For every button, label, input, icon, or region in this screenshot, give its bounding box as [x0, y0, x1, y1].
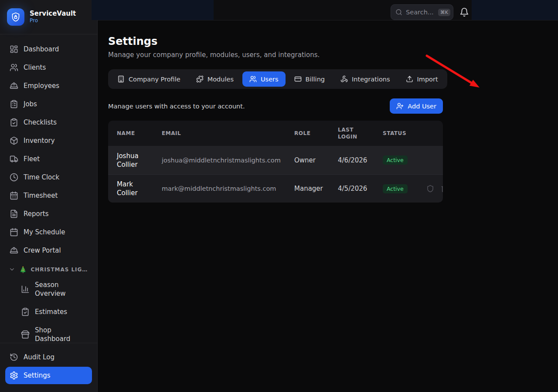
sidebar-item-label: Settings	[24, 371, 51, 380]
topbar-navy-block-left	[92, 0, 214, 20]
user-actions	[419, 156, 443, 165]
sidebar-item-label: Jobs	[24, 100, 37, 108]
tab-label: Billing	[306, 76, 325, 83]
sidebar-item-fleet[interactable]: Fleet	[5, 150, 92, 168]
file-text-icon	[10, 210, 18, 218]
package-icon	[10, 136, 18, 145]
bell-icon	[459, 7, 469, 17]
truck-icon	[10, 155, 18, 163]
upload-icon	[406, 75, 413, 83]
column-header-email: EMAIL	[155, 125, 287, 141]
notifications-button[interactable]	[459, 7, 470, 18]
sidebar-subitem-shop-dashboard[interactable]: Shop Dashboard	[17, 321, 92, 343]
webhook-icon	[340, 75, 348, 83]
tab-billing[interactable]: Billing	[287, 71, 332, 87]
users-table: NAMEEMAILROLELAST LOGINSTATUS Joshua Col…	[108, 121, 443, 203]
user-role: Manager	[287, 180, 331, 197]
clipboard-list-icon	[10, 100, 18, 108]
user-name: Mark Collier	[108, 176, 155, 202]
building-icon	[117, 75, 125, 83]
sidebar-item-timesheet[interactable]: Timesheet	[5, 187, 92, 204]
delete-user-button[interactable]	[441, 185, 443, 193]
sidebar-subitem-estimates[interactable]: Estimates	[17, 303, 92, 321]
trash-icon	[441, 185, 443, 193]
status-badge: Active	[383, 155, 408, 165]
brand-text: ServiceVault Pro	[30, 10, 76, 24]
column-header-name: NAME	[108, 125, 155, 141]
users-table-header: NAMEEMAILROLELAST LOGINSTATUS	[108, 121, 443, 146]
sidebar-subitem-label: Estimates	[35, 308, 67, 316]
tab-modules[interactable]: Modules	[189, 71, 241, 87]
shield-icon	[426, 185, 434, 193]
calendar-days-icon	[10, 191, 18, 200]
puzzle-icon	[196, 75, 204, 83]
add-user-button[interactable]: Add User	[390, 98, 443, 114]
sidebar-item-label: Crew Portal	[24, 246, 61, 255]
sidebar-item-label: Timesheet	[24, 191, 58, 200]
history-icon	[10, 353, 18, 362]
sidebar-item-label: Time Clock	[24, 173, 59, 182]
sidebar-item-label: Reports	[24, 210, 49, 218]
sidebar-subitem-label: Shop Dashboard	[35, 326, 88, 343]
sidebar-nav: DashboardClientsEmployeesJobsChecklistsI…	[0, 34, 97, 343]
sidebar-item-my-schedule[interactable]: My Schedule	[5, 223, 92, 241]
users-description: Manage users with access to your account…	[108, 103, 245, 110]
sidebar-item-jobs[interactable]: Jobs	[5, 95, 92, 113]
sidebar-item-settings[interactable]: Settings	[5, 367, 92, 384]
user-role: Owner	[287, 152, 331, 169]
brand-header: ServiceVault Pro	[0, 0, 97, 34]
user-row-mark-collier: Mark Collier mark@middletnchristmaslight…	[108, 174, 443, 203]
tab-company-profile[interactable]: Company Profile	[110, 71, 187, 87]
user-row-joshua-collier: Joshua Collier joshua@middletnchristmasl…	[108, 146, 443, 174]
column-header-role: ROLE	[287, 125, 331, 141]
sidebar-item-clients[interactable]: Clients	[5, 59, 92, 76]
user-name: Joshua Collier	[108, 147, 155, 173]
sidebar-item-label: Dashboard	[24, 45, 59, 54]
sidebar-subitem-label: Season Overview	[35, 280, 88, 298]
user-status-cell: Active	[376, 151, 419, 169]
chevron-down-icon	[9, 266, 15, 273]
hard-hat-icon	[10, 246, 18, 255]
store-icon	[21, 330, 30, 339]
sidebar-section-christmas-lights[interactable]: 🎄CHRISTMAS LIG…	[5, 260, 92, 276]
topbar-navy-block-right	[472, 0, 558, 20]
main-content: Settings Manage your company profile, mo…	[98, 20, 558, 392]
sidebar-item-crew-portal[interactable]: Crew Portal	[5, 242, 92, 259]
sidebar-item-employees[interactable]: Employees	[5, 77, 92, 95]
sidebar-subitem-season-overview[interactable]: Season Overview	[17, 276, 92, 302]
sidebar-item-label: Audit Log	[24, 353, 54, 362]
tab-users[interactable]: Users	[242, 71, 286, 87]
sidebar-item-reports[interactable]: Reports	[5, 205, 92, 223]
user-plus-icon	[396, 102, 404, 110]
brand-logo	[7, 8, 24, 26]
hard-hat-icon	[10, 81, 18, 90]
user-email: mark@middletnchristmaslights.com	[155, 181, 287, 196]
sidebar-item-label: Fleet	[24, 155, 40, 163]
sidebar-item-label: Employees	[24, 81, 59, 90]
global-search[interactable]: ⌘K	[391, 4, 453, 20]
user-actions	[419, 180, 443, 197]
users-icon	[249, 75, 257, 83]
calendar-icon	[10, 228, 18, 237]
sidebar-section-label: CHRISTMAS LIG…	[31, 267, 88, 273]
sidebar-item-time-clock[interactable]: Time Clock	[5, 169, 92, 186]
tab-integrations[interactable]: Integrations	[333, 71, 397, 87]
sidebar-item-inventory[interactable]: Inventory	[5, 132, 92, 149]
tab-label: Integrations	[352, 76, 390, 83]
tab-import[interactable]: Import	[399, 71, 445, 87]
clock-icon	[10, 173, 18, 182]
sidebar-item-dashboard[interactable]: Dashboard	[5, 41, 92, 58]
search-input[interactable]	[406, 9, 435, 16]
user-status-cell: Active	[376, 180, 419, 198]
sidebar-item-audit-log[interactable]: Audit Log	[5, 348, 92, 366]
sidebar-item-checklists[interactable]: Checklists	[5, 114, 92, 131]
sidebar-item-label: Inventory	[24, 136, 55, 145]
tab-label: Modules	[208, 76, 234, 83]
change-role-button[interactable]	[426, 185, 434, 193]
clipboard-check-icon	[10, 118, 18, 127]
brand-plan: Pro	[30, 17, 76, 24]
settings-icon	[10, 371, 18, 380]
sidebar-bottom-nav: Audit LogSettings	[0, 343, 97, 392]
sidebar-item-label: Clients	[24, 63, 46, 72]
search-shortcut-badge: ⌘K	[438, 9, 450, 16]
